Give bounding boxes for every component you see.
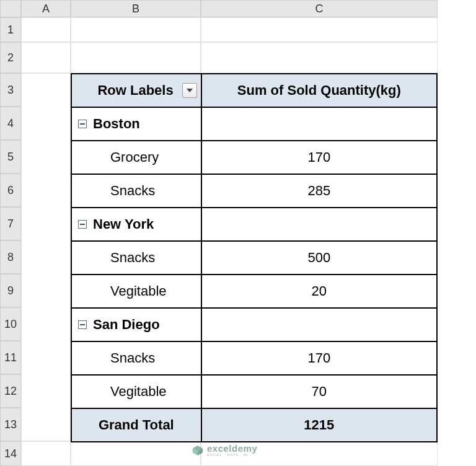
row-header-11[interactable]: 11 — [0, 341, 21, 374]
group-newyork[interactable]: New York — [71, 208, 201, 241]
item-newyork-1-label: Vegitable — [110, 283, 167, 299]
table-row: Snacks 285 — [71, 174, 437, 208]
row-header-13-label: 13 — [4, 418, 17, 431]
row-header-6-label: 6 — [7, 184, 14, 197]
col-header-c[interactable]: C — [201, 0, 438, 17]
cell-c2[interactable] — [201, 42, 438, 73]
table-row: Snacks 500 — [71, 241, 437, 275]
row-header-11-label: 11 — [4, 351, 17, 364]
collapse-button-sandiego[interactable] — [78, 320, 87, 329]
group-boston-value[interactable] — [201, 107, 437, 141]
pivot-header-value[interactable]: Sum of Sold Quantity(kg) — [201, 74, 437, 107]
pivot-header-value-text: Sum of Sold Quantity(kg) — [237, 82, 401, 98]
row-header-7[interactable]: 7 — [0, 207, 21, 240]
cell-a2[interactable] — [21, 42, 71, 73]
item-newyork-0[interactable]: Snacks — [71, 241, 201, 275]
row-header-3-label: 3 — [7, 84, 14, 97]
cell-a14[interactable] — [21, 441, 71, 466]
table-row: San Diego — [71, 308, 437, 341]
row-header-4[interactable]: 4 — [0, 107, 21, 140]
pivot-header-row-labels[interactable]: Row Labels — [71, 74, 201, 107]
col-header-a-label: A — [42, 2, 50, 15]
grand-total-label: Grand Total — [99, 417, 174, 433]
cell-c1[interactable] — [201, 17, 438, 42]
item-newyork-1[interactable]: Vegitable — [71, 275, 201, 308]
table-row: Grocery 170 — [71, 141, 437, 174]
pivot-header-row: Row Labels Sum of Sold Quantity(kg) — [71, 74, 437, 107]
item-sandiego-0-label: Snacks — [110, 350, 155, 366]
row-header-1[interactable]: 1 — [0, 17, 21, 42]
pivot-table: Row Labels Sum of Sold Quantity(kg) Bost… — [71, 73, 438, 442]
value-newyork-0-text: 500 — [307, 250, 330, 265]
row-header-5-label: 5 — [7, 151, 14, 164]
value-boston-0[interactable]: 170 — [201, 141, 437, 174]
table-row: Snacks 170 — [71, 341, 437, 375]
group-sandiego-value[interactable] — [201, 308, 437, 341]
table-row: Vegitable 70 — [71, 375, 437, 408]
row-header-9-label: 9 — [7, 284, 14, 297]
cell-a-strip[interactable] — [21, 73, 71, 441]
row-header-7-label: 7 — [7, 218, 14, 231]
row-header-6[interactable]: 6 — [0, 174, 21, 207]
value-newyork-0[interactable]: 500 — [201, 241, 437, 275]
row-header-10[interactable]: 10 — [0, 307, 21, 341]
row-header-2[interactable]: 2 — [0, 42, 21, 73]
watermark-text: exceldemy EXCEL · DATA · BI — [207, 444, 257, 457]
group-sandiego[interactable]: San Diego — [71, 308, 201, 341]
item-sandiego-1[interactable]: Vegitable — [71, 375, 201, 408]
group-boston[interactable]: Boston — [71, 107, 201, 141]
pivot-header-row-labels-text: Row Labels — [97, 82, 173, 98]
cube-icon — [192, 445, 203, 456]
value-sandiego-0-text: 170 — [307, 350, 330, 366]
minus-icon — [80, 324, 85, 325]
group-newyork-label: New York — [93, 216, 154, 232]
watermark-tagline: EXCEL · DATA · BI — [207, 453, 257, 457]
item-newyork-0-label: Snacks — [110, 250, 155, 265]
row-header-5[interactable]: 5 — [0, 140, 21, 174]
value-boston-1[interactable]: 285 — [201, 174, 437, 208]
item-boston-1-label: Snacks — [110, 183, 155, 198]
select-all-corner[interactable] — [0, 0, 21, 17]
grand-total-value-cell[interactable]: 1215 — [201, 408, 437, 442]
cell-a1[interactable] — [21, 17, 71, 42]
row-header-12[interactable]: 12 — [0, 374, 21, 408]
minus-icon — [80, 224, 85, 225]
value-sandiego-0[interactable]: 170 — [201, 341, 437, 375]
row-header-2-label: 2 — [7, 51, 14, 64]
row-header-8[interactable]: 8 — [0, 240, 21, 274]
group-boston-label: Boston — [93, 116, 140, 131]
item-boston-0[interactable]: Grocery — [71, 141, 201, 174]
item-sandiego-1-label: Vegitable — [110, 384, 167, 399]
col-header-c-label: C — [315, 2, 324, 15]
item-boston-1[interactable]: Snacks — [71, 174, 201, 208]
col-header-b-label: B — [132, 2, 139, 15]
row-header-3[interactable]: 3 — [0, 73, 21, 107]
cell-b14[interactable] — [71, 441, 201, 466]
chevron-down-icon — [187, 89, 193, 92]
value-boston-1-text: 285 — [307, 183, 330, 198]
value-sandiego-1[interactable]: 70 — [201, 375, 437, 408]
item-sandiego-0[interactable]: Snacks — [71, 341, 201, 375]
collapse-button-newyork[interactable] — [78, 220, 87, 229]
cell-b1[interactable] — [71, 17, 201, 42]
row-labels-filter-button[interactable] — [182, 83, 197, 98]
row-header-1-label: 1 — [7, 24, 14, 37]
col-header-a[interactable]: A — [21, 0, 71, 17]
table-row: Vegitable 20 — [71, 275, 437, 308]
table-row: Boston — [71, 107, 437, 141]
collapse-button-boston[interactable] — [78, 120, 87, 128]
group-newyork-value[interactable] — [201, 208, 437, 241]
row-header-9[interactable]: 9 — [0, 274, 21, 307]
watermark-name: exceldemy — [207, 444, 257, 453]
grand-total-label-cell[interactable]: Grand Total — [71, 408, 201, 442]
minus-icon — [80, 123, 85, 125]
col-header-b[interactable]: B — [71, 0, 201, 17]
row-header-14-label: 14 — [4, 447, 17, 460]
cell-b2[interactable] — [71, 42, 201, 73]
row-header-14[interactable]: 14 — [0, 441, 21, 466]
grand-total-value: 1215 — [304, 417, 334, 433]
group-sandiego-label: San Diego — [93, 317, 160, 332]
row-header-12-label: 12 — [4, 385, 17, 398]
value-newyork-1[interactable]: 20 — [201, 275, 437, 308]
row-header-13[interactable]: 13 — [0, 408, 21, 441]
